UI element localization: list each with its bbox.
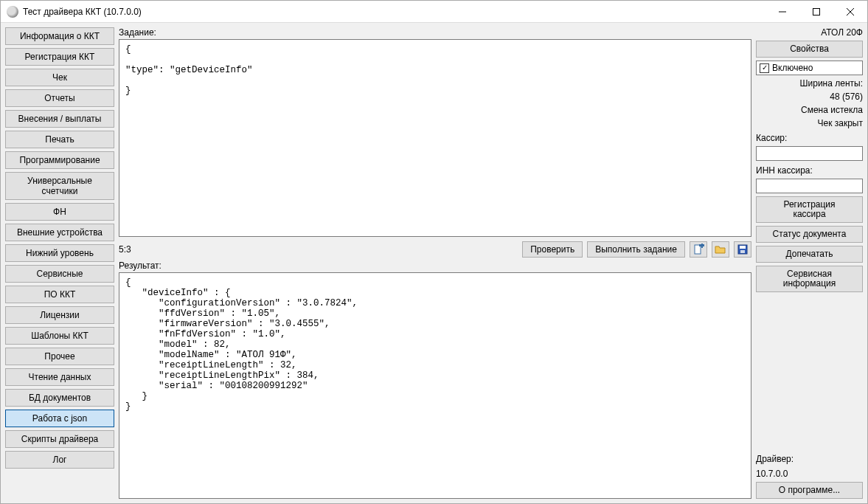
sidebar-item-licenses[interactable]: Лицензии — [5, 306, 114, 324]
driver-version: 10.7.0.0 — [756, 469, 863, 479]
task-input[interactable]: { "type": "getDeviceInfo" } — [119, 39, 751, 237]
driver-label: Драйвер: — [756, 454, 863, 464]
window-title: Тест драйвера ККТ (10.7.0.0) — [23, 7, 142, 17]
receipt-status: Чек закрыт — [756, 118, 863, 128]
enabled-checkbox[interactable] — [760, 63, 769, 73]
maximize-icon — [813, 8, 820, 15]
sidebar-item-doc-db[interactable]: БД документов — [5, 389, 114, 407]
service-info-button[interactable]: Сервисная информация — [756, 266, 863, 292]
cashier-label: Кассир: — [756, 133, 863, 143]
sidebar-item-read-data[interactable]: Чтение данных — [5, 368, 114, 386]
minimize-icon — [779, 8, 786, 15]
validate-button[interactable]: Проверить — [522, 241, 583, 258]
right-panel: АТОЛ 20Ф Свойства Включено Ширина ленты:… — [756, 27, 863, 499]
about-button[interactable]: О программе... — [756, 482, 863, 499]
sidebar-item-firmware[interactable]: ПО ККТ — [5, 286, 114, 303]
task-label: Задание: — [119, 27, 751, 38]
execute-button[interactable]: Выполнить задание — [587, 241, 685, 258]
doc-status-button[interactable]: Статус документа — [756, 226, 863, 243]
cashier-inn-label: ИНН кассира: — [756, 165, 863, 176]
sidebar-item-templates[interactable]: Шаблоны ККТ — [5, 327, 114, 345]
result-label: Результат: — [119, 260, 751, 271]
sidebar-item-external-devices[interactable]: Внешние устройства — [5, 224, 114, 241]
enabled-checkbox-row[interactable]: Включено — [756, 61, 863, 75]
close-button[interactable] — [833, 1, 867, 23]
svg-rect-8 — [740, 246, 746, 249]
floppy-disk-icon — [737, 244, 749, 255]
new-file-button[interactable] — [690, 241, 707, 258]
shift-status: Смена истекла — [756, 105, 863, 115]
sidebar-item-other[interactable]: Прочее — [5, 348, 114, 365]
enabled-label: Включено — [772, 63, 813, 73]
result-output[interactable]: { "deviceInfo" : { "configurationVersion… — [119, 272, 751, 499]
mid-toolbar: 5:3 Проверить Выполнить задание — [119, 241, 751, 258]
maximize-button[interactable] — [799, 1, 833, 23]
sidebar-item-scripts[interactable]: Скрипты драйвера — [5, 430, 114, 448]
cursor-position: 5:3 — [119, 244, 131, 255]
svg-rect-6 — [701, 244, 703, 248]
sidebar-item-service[interactable]: Сервисные — [5, 265, 114, 283]
close-icon — [847, 8, 854, 15]
device-name: АТОЛ 20Ф — [756, 27, 863, 38]
svg-rect-9 — [740, 250, 745, 253]
sidebar-item-receipt[interactable]: Чек — [5, 69, 114, 86]
sidebar-item-cashin-out[interactable]: Внесения / выплаты — [5, 110, 114, 128]
sidebar-item-json[interactable]: Работа с json — [5, 410, 114, 427]
app-icon — [7, 6, 18, 18]
minimize-button[interactable] — [765, 1, 799, 23]
sidebar-item-counters[interactable]: Универсальные счетчики — [5, 172, 114, 200]
cashier-inn-input[interactable] — [756, 179, 863, 193]
sidebar: Информация о ККТ Регистрация ККТ Чек Отч… — [5, 27, 114, 499]
center-panel: Задание: { "type": "getDeviceInfo" } 5:3… — [119, 27, 751, 499]
tape-width-value: 48 (576) — [756, 92, 863, 102]
cashier-input[interactable] — [756, 146, 863, 161]
sidebar-item-programming[interactable]: Программирование — [5, 151, 114, 169]
sidebar-item-fn[interactable]: ФН — [5, 203, 114, 221]
app-window: Тест драйвера ККТ (10.7.0.0) Информация … — [0, 0, 868, 504]
reprint-button[interactable]: Допечатать — [756, 246, 863, 263]
tape-width-label: Ширина ленты: — [756, 78, 863, 89]
sidebar-item-reports[interactable]: Отчеты — [5, 89, 114, 107]
folder-open-icon — [715, 244, 726, 255]
sidebar-item-registration[interactable]: Регистрация ККТ — [5, 48, 114, 66]
svg-rect-1 — [813, 8, 820, 15]
titlebar: Тест драйвера ККТ (10.7.0.0) — [1, 1, 867, 23]
register-cashier-button[interactable]: Регистрация кассира — [756, 196, 863, 223]
properties-button[interactable]: Свойства — [756, 41, 863, 58]
open-file-button[interactable] — [712, 241, 729, 258]
sidebar-item-print[interactable]: Печать — [5, 131, 114, 148]
sidebar-item-low-level[interactable]: Нижний уровень — [5, 244, 114, 262]
sidebar-item-log[interactable]: Лог — [5, 451, 114, 469]
save-file-button[interactable] — [734, 241, 751, 258]
new-file-icon — [692, 244, 704, 255]
client-area: Информация о ККТ Регистрация ККТ Чек Отч… — [1, 23, 867, 503]
sidebar-item-info[interactable]: Информация о ККТ — [5, 27, 114, 45]
